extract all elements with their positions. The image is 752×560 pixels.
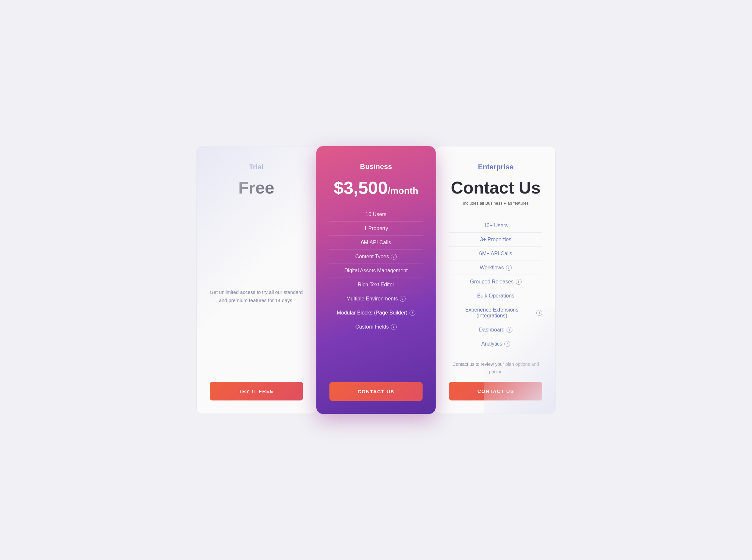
trial-price: Free (238, 178, 274, 197)
enterprise-subtitle: Includes all Business Plan features (463, 201, 529, 206)
business-cta-button[interactable]: CONTACT US (329, 382, 423, 401)
enterprise-contact-note: Contact us to review your plan options a… (449, 361, 542, 375)
business-feature-item: Multiple Environmentsi (329, 292, 423, 306)
enterprise-feature-item: Dashboardi (449, 323, 542, 337)
enterprise-price: Contact Us (451, 178, 541, 197)
enterprise-feature-list: 10+ Users3+ Properties6M+ API CallsWorkf… (449, 219, 542, 351)
business-feature-item: Rich Text Editor (329, 278, 423, 292)
info-icon: i (536, 310, 542, 316)
info-icon: i (391, 254, 397, 260)
business-feature-item: Content Typesi (329, 250, 423, 264)
info-icon: i (506, 265, 512, 271)
enterprise-feature-item: 6M+ API Calls (449, 247, 542, 261)
business-feature-item: Custom Fieldsi (329, 320, 423, 334)
business-price: $3,500/month (334, 178, 418, 198)
business-card: Business $3,500/month 10 Users1 Property… (317, 146, 435, 414)
trial-card: Trial Free Get unlimited access to try a… (197, 146, 317, 414)
info-icon: i (507, 327, 512, 333)
enterprise-feature-item: 3+ Properties (449, 233, 542, 247)
enterprise-card: Enterprise Contact Us Includes all Busin… (435, 146, 555, 414)
business-plan-name: Business (360, 162, 392, 171)
info-icon: i (504, 341, 510, 347)
business-feature-item: 10 Users (329, 207, 423, 222)
pricing-section: Trial Free Get unlimited access to try a… (197, 146, 556, 414)
enterprise-feature-item: Grouped Releasesi (449, 275, 542, 289)
enterprise-feature-item: 10+ Users (449, 219, 542, 233)
enterprise-feature-item: Experience Extensions (Integrations)i (449, 303, 542, 323)
enterprise-feature-item: Analyticsi (449, 337, 542, 351)
business-feature-item: 1 Property (329, 222, 423, 236)
trial-plan-name: Trial (249, 163, 264, 171)
business-feature-item: Modular Blocks (Page Builder)i (329, 306, 423, 320)
info-icon: i (391, 324, 397, 330)
enterprise-feature-item: Bulk Operations (449, 289, 542, 303)
trial-description: Get unlimited access to try all our stan… (210, 288, 303, 305)
trial-cta-button[interactable]: TRY IT FREE (210, 382, 303, 400)
enterprise-feature-item: Workflowsi (449, 261, 542, 275)
business-feature-item: 6M API Calls (329, 236, 423, 250)
enterprise-cta-button[interactable]: CONTACT US (449, 382, 542, 400)
business-feature-item: Digital Assets Management (329, 264, 423, 278)
info-icon: i (516, 279, 522, 285)
enterprise-plan-name: Enterprise (478, 163, 513, 171)
info-icon: i (409, 310, 415, 316)
info-icon: i (400, 296, 406, 302)
business-feature-list: 10 Users1 Property6M API CallsContent Ty… (329, 207, 423, 372)
